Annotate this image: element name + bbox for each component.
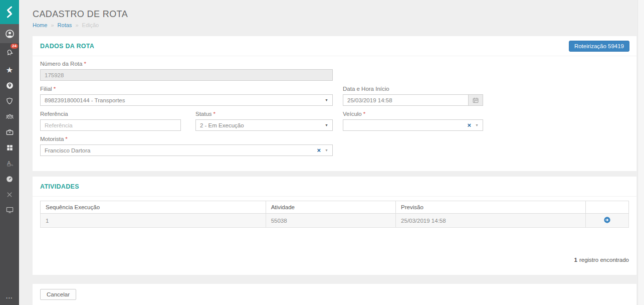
referencia-label: Referência <box>40 111 181 117</box>
cell-previsao: 25/03/2019 14:58 <box>396 214 586 228</box>
route-data-panel: DADOS DA ROTA Roteirização 59419 Número … <box>33 36 636 171</box>
status-label: Status* <box>195 111 333 117</box>
breadcrumb-rotas[interactable]: Rotas <box>58 22 72 28</box>
table-row: 1 55038 25/03/2019 14:58 <box>41 214 629 228</box>
sidebar-item-apps[interactable] <box>0 140 19 156</box>
star-icon: ★ <box>6 66 13 74</box>
logo-s-icon <box>5 6 15 19</box>
activities-panel: ATIVIDADES Sequência Execução Atividade … <box>33 177 636 275</box>
cell-atividade: 55038 <box>266 214 395 228</box>
field-filial: Filial* 89823918000144 - Transportes ▼ <box>40 86 333 106</box>
sidebar-item-map[interactable] <box>0 78 19 93</box>
field-data-hora-inicio: Data e Hora Início <box>343 86 483 106</box>
numero-rota-input <box>40 69 333 81</box>
calendar-addon[interactable] <box>468 94 483 106</box>
sidebar-item-dashboard[interactable] <box>0 171 19 187</box>
column-sequencia: Sequência Execução <box>41 201 266 214</box>
sidebar-item-notifications[interactable]: 24 <box>0 43 19 62</box>
breadcrumb: Home » Rotas » Edição <box>33 22 128 28</box>
column-atividade: Atividade <box>266 201 395 214</box>
shield-icon <box>6 97 14 105</box>
filial-select[interactable]: 89823918000144 - Transportes ▼ <box>40 94 333 106</box>
sidebar: 24 ★ <box>0 0 19 305</box>
sidebar-item-monitor[interactable] <box>0 202 19 218</box>
bell-icon <box>4 47 15 58</box>
grid-icon <box>6 144 14 151</box>
chevron-down-icon: ▼ <box>325 98 328 102</box>
chevron-down-icon: ▼ <box>325 148 328 152</box>
filial-label: Filial* <box>40 86 333 92</box>
speedometer-icon <box>6 175 14 183</box>
column-actions <box>586 201 629 214</box>
sidebar-item-favorites[interactable]: ★ <box>0 62 19 78</box>
veiculo-label: Veículo* <box>343 111 483 117</box>
numero-rota-label: Número da Rota* <box>40 61 333 67</box>
sidebar-more-button[interactable]: ··· <box>0 295 19 301</box>
page-title: CADASTRO DE ROTA <box>33 9 128 20</box>
arrow-circle-right-icon <box>603 216 611 224</box>
breadcrumb-current: Edição <box>82 22 99 28</box>
field-numero-rota: Número da Rota* <box>40 61 333 81</box>
motorista-select[interactable]: Francisco Dartora × ▼ <box>40 144 333 156</box>
panel-title-atividades: ATIVIDADES <box>40 183 79 190</box>
roteirizacao-button[interactable]: Roteirização 59419 <box>569 41 629 52</box>
sidebar-item-x[interactable] <box>0 187 19 202</box>
user-icon <box>5 29 15 39</box>
sidebar-item-briefcase[interactable] <box>0 124 19 140</box>
cell-sequencia: 1 <box>41 214 266 228</box>
open-activity-button[interactable] <box>603 216 611 224</box>
x-icon <box>6 191 13 198</box>
activities-table: Sequência Execução Atividade Previsão 1 … <box>40 201 629 228</box>
breadcrumb-home[interactable]: Home <box>33 22 47 28</box>
globe-marker-icon <box>6 81 14 90</box>
letter-a-icon: A <box>6 159 14 168</box>
monitor-icon <box>6 206 14 214</box>
column-previsao: Previsão <box>396 201 586 214</box>
table-header-row: Sequência Execução Atividade Previsão <box>41 201 629 214</box>
panel-title-dados-da-rota: DADOS DA ROTA <box>40 43 94 50</box>
breadcrumb-separator: » <box>51 22 54 28</box>
motorista-label: Motorista* <box>40 136 333 142</box>
chevron-down-icon: ▼ <box>475 123 479 127</box>
users-group-icon <box>5 112 15 121</box>
records-count: 1registro encontrado <box>574 257 629 263</box>
clear-icon[interactable]: × <box>467 122 471 128</box>
briefcase-icon <box>6 128 14 136</box>
sidebar-item-user[interactable] <box>0 24 19 43</box>
status-select[interactable]: 2 - Em Execução ▼ <box>195 119 333 131</box>
field-veiculo: Veículo* × ▼ <box>343 111 483 131</box>
data-hora-inicio-input[interactable] <box>343 94 468 106</box>
referencia-input[interactable] <box>40 119 181 131</box>
app-logo[interactable] <box>0 0 19 24</box>
data-hora-inicio-label: Data e Hora Início <box>343 86 483 92</box>
clear-icon[interactable]: × <box>317 147 321 154</box>
chevron-down-icon: ▼ <box>325 123 328 127</box>
veiculo-select[interactable]: × ▼ <box>343 119 483 131</box>
cancel-button[interactable]: Cancelar <box>40 289 76 300</box>
field-status: Status* 2 - Em Execução ▼ <box>195 111 333 131</box>
footer-bar: Cancelar <box>33 284 636 305</box>
field-motorista: Motorista* Francisco Dartora × ▼ <box>40 136 333 156</box>
breadcrumb-separator: » <box>75 22 78 28</box>
sidebar-item-security[interactable] <box>0 93 19 109</box>
field-referencia: Referência <box>40 111 181 131</box>
calendar-icon <box>472 97 479 104</box>
sidebar-item-signature[interactable]: A <box>0 156 19 171</box>
notification-badge: 24 <box>11 44 18 49</box>
scrollbar-track[interactable] <box>637 0 644 305</box>
sidebar-item-team[interactable] <box>0 109 19 124</box>
